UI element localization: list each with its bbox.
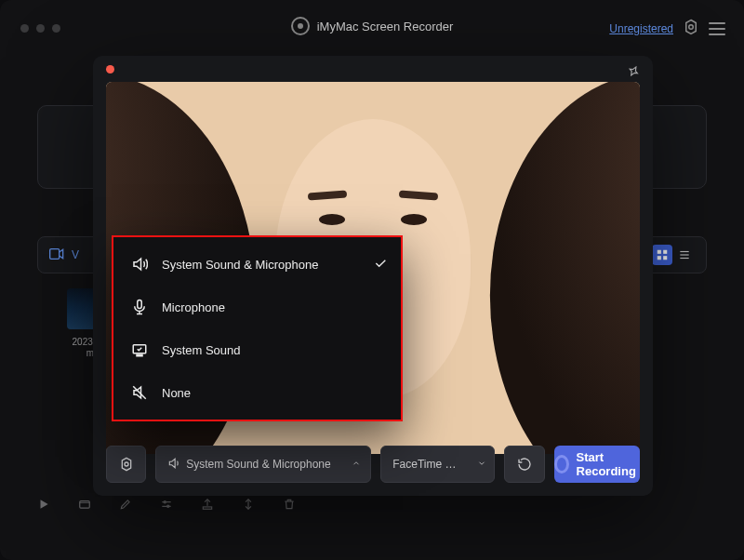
settings-icon[interactable]: [683, 19, 699, 39]
speaker-icon: [130, 256, 149, 273]
svg-marker-17: [122, 458, 130, 470]
audio-option-label: System Sound: [162, 343, 241, 357]
audio-source-label: System Sound & Microphone: [186, 458, 330, 471]
audio-option-system-sound[interactable]: System Sound: [113, 328, 401, 371]
edit-icon[interactable]: [119, 498, 132, 514]
sliders-icon[interactable]: [160, 498, 173, 514]
svg-rect-15: [203, 507, 211, 509]
recordings-icon: [49, 248, 64, 262]
app-window: iMyMac Screen Recorder Unregistered Vide…: [0, 0, 744, 560]
audio-option-label: None: [162, 386, 191, 400]
start-recording-button[interactable]: Start Recording: [554, 446, 640, 483]
svg-rect-2: [50, 248, 60, 259]
camera-source-label: FaceTime …: [392, 458, 456, 471]
view-toggle: [652, 245, 695, 265]
svg-rect-23: [137, 354, 142, 356]
start-recording-label: Start Recording: [577, 450, 640, 478]
audio-option-label: Microphone: [162, 300, 225, 314]
svg-rect-4: [663, 250, 667, 254]
svg-rect-3: [658, 250, 661, 254]
record-icon: [554, 455, 569, 473]
app-logo-icon: [291, 17, 310, 35]
speaker-icon: [167, 457, 180, 473]
audio-option-label: System Sound & Microphone: [162, 258, 318, 272]
svg-rect-5: [658, 256, 661, 260]
audio-option-system-and-mic[interactable]: System Sound & Microphone: [113, 243, 401, 286]
recordings-tab-label[interactable]: V: [72, 248, 79, 261]
microphone-icon: [130, 299, 149, 315]
chevron-up-icon: [352, 458, 361, 471]
preview-controls: System Sound & Microphone FaceTime … Sta…: [106, 446, 640, 483]
panel-close-button[interactable]: [106, 65, 114, 73]
svg-rect-6: [663, 256, 667, 260]
system-sound-icon: [130, 341, 149, 358]
svg-rect-19: [138, 300, 142, 309]
export-icon[interactable]: [201, 498, 214, 514]
trash-icon[interactable]: [283, 498, 296, 514]
editor-toolbar: [37, 493, 707, 519]
play-icon[interactable]: [37, 498, 50, 514]
svg-point-18: [125, 462, 128, 466]
compress-icon[interactable]: [242, 498, 255, 514]
audio-option-none[interactable]: None: [113, 371, 401, 414]
menu-icon[interactable]: [709, 22, 725, 35]
folder-icon[interactable]: [78, 498, 91, 514]
svg-marker-0: [686, 20, 697, 34]
list-view-button[interactable]: [674, 245, 695, 265]
svg-point-1: [689, 25, 694, 30]
reset-button[interactable]: [504, 446, 544, 483]
mute-icon: [130, 384, 149, 401]
audio-option-microphone[interactable]: Microphone: [113, 286, 401, 328]
registration-status-link[interactable]: Unregistered: [609, 22, 673, 35]
audio-source-menu: System Sound & Microphone Microphone Sys…: [112, 235, 403, 421]
app-title: iMyMac Screen Recorder: [317, 20, 454, 33]
preview-settings-button[interactable]: [106, 446, 146, 483]
check-icon: [373, 256, 388, 273]
grid-view-button[interactable]: [652, 245, 672, 265]
pin-icon[interactable]: [627, 65, 640, 82]
audio-source-dropdown[interactable]: System Sound & Microphone: [155, 446, 371, 483]
camera-source-dropdown[interactable]: FaceTime …: [380, 446, 495, 483]
chevron-down-icon: [477, 458, 486, 471]
svg-rect-10: [80, 501, 90, 509]
